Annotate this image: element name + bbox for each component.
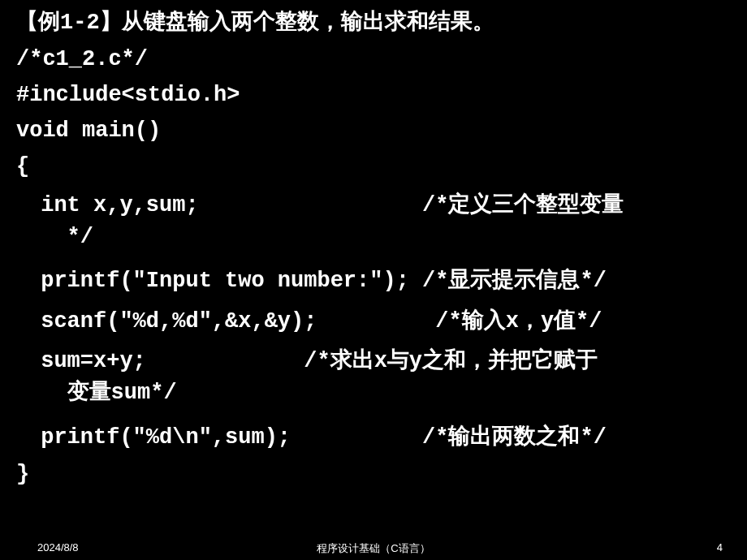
code-comment-filename: /*c1_2.c*/: [16, 47, 731, 71]
example-title: 【例1-2】从键盘输入两个整数，输出求和结果。: [16, 6, 731, 36]
code-printf-result: printf("%d\n",sum); /*输出两数之和*/: [16, 421, 731, 450]
code-scanf: scanf("%d,%d",&x,&y); /*输入x，y值*/: [16, 305, 731, 334]
slide-footer: 2024/8/8 程序设计基础（C语言） 4: [0, 541, 747, 554]
code-printf-prompt: printf("Input two number:"); /*显示提示信息*/: [16, 265, 731, 294]
footer-title: 程序设计基础（C语言）: [317, 541, 430, 556]
code-var-decl: int x,y,sum; /*定义三个整型变量 */: [16, 190, 731, 253]
footer-date: 2024/8/8: [37, 541, 79, 554]
code-brace-close: }: [16, 462, 731, 486]
code-sum-assign: sum=x+y; /*求出x与y之和，并把它赋于 变量sum*/: [16, 346, 731, 409]
footer-page-number: 4: [717, 541, 723, 554]
slide-content: 【例1-2】从键盘输入两个整数，输出求和结果。 /*c1_2.c*/ #incl…: [0, 0, 747, 486]
code-brace-open: {: [16, 154, 731, 179]
code-include: #include<stdio.h>: [16, 83, 731, 107]
code-main-decl: void main(): [16, 118, 731, 143]
